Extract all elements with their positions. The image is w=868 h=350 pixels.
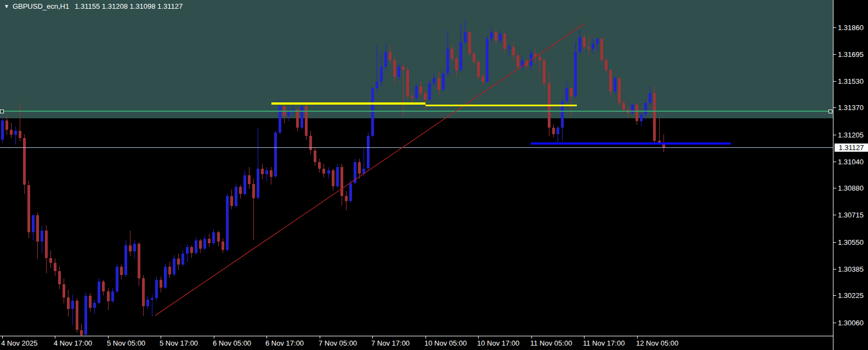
price-axis-label: 1.30550: [838, 238, 864, 246]
current-price-badge: 1.31127: [835, 144, 868, 152]
time-axis-tick: [2, 336, 3, 338]
price-axis-tick: [833, 54, 836, 55]
time-axis-tick: [108, 336, 109, 338]
time-axis-label: 7 Nov 17:00: [371, 339, 410, 347]
price-axis-tick: [833, 323, 836, 323]
time-axis-label: 5 Nov 17:00: [160, 339, 198, 347]
price-axis-tick: [833, 269, 836, 269]
time-axis-label: 6 Nov 17:00: [265, 339, 304, 347]
time-axis-label: 5 Nov 05:00: [107, 339, 145, 347]
time-axis-tick: [266, 336, 267, 338]
time-axis-label: 7 Nov 05:00: [319, 339, 357, 347]
time-axis-label: 12 Nov 05:00: [636, 339, 678, 347]
time-axis-tick: [214, 336, 214, 338]
mt4-chart-window: ▼GBPUSD_ecn,H11.31155 1.31208 1.31098 1.…: [0, 0, 868, 350]
price-axis[interactable]: 1.31127 1.318601.316951.315301.313701.31…: [833, 0, 868, 350]
time-axis-label: 10 Nov 05:00: [424, 339, 467, 347]
price-axis-tick: [833, 135, 836, 135]
price-axis-label: 1.30715: [838, 211, 864, 219]
ohlc-readout: 1.31155 1.31208 1.31098 1.31127: [75, 2, 183, 10]
price-axis-tick: [833, 107, 836, 108]
price-axis-tick: [833, 81, 836, 82]
time-axis-tick: [584, 336, 585, 338]
symbol-period-label: GBPUSD_ecn,H1: [13, 2, 69, 10]
time-axis[interactable]: 4 Nov 20254 Nov 17:005 Nov 05:005 Nov 17…: [0, 336, 868, 350]
time-axis-tick: [478, 336, 479, 338]
time-axis-tick: [426, 336, 426, 338]
blue-support-line[interactable]: [531, 142, 731, 145]
price-axis-label: 1.30225: [838, 291, 864, 300]
price-axis-label: 1.31205: [838, 131, 864, 139]
price-axis-label: 1.31040: [838, 158, 864, 166]
price-axis-tick: [833, 242, 836, 243]
price-axis-label: 1.31370: [838, 104, 864, 112]
red-trendline[interactable]: [155, 24, 585, 315]
hline-handle-left[interactable]: [0, 110, 4, 113]
price-axis-tick: [833, 215, 836, 215]
hline-handle-right[interactable]: [829, 110, 832, 113]
time-axis-tick: [637, 336, 638, 338]
price-axis-tick: [833, 27, 836, 28]
price-axis-tick: [833, 295, 836, 296]
price-axis-label: 1.30880: [838, 184, 864, 192]
chart-title: ▼GBPUSD_ecn,H11.31155 1.31208 1.31098 1.…: [4, 2, 183, 10]
price-axis-label: 1.30385: [838, 265, 864, 273]
time-axis-label: 11 Nov 17:00: [583, 339, 625, 347]
time-axis-label: 4 Nov 17:00: [54, 339, 92, 347]
time-axis-tick: [55, 336, 55, 338]
time-axis-tick: [161, 336, 161, 338]
symbol-menu-arrow-icon[interactable]: ▼: [4, 3, 9, 9]
time-axis-label: 11 Nov 05:00: [530, 339, 572, 347]
price-axis-label: 1.31530: [838, 77, 864, 85]
price-axis-label: 1.31860: [838, 24, 864, 32]
time-axis-label: 4 Nov 2025: [1, 339, 38, 347]
price-axis-label: 1.30060: [838, 319, 864, 327]
chart-area[interactable]: ▼GBPUSD_ecn,H11.31155 1.31208 1.31098 1.…: [0, 0, 833, 336]
yellow-resistance-line-right[interactable]: [426, 105, 577, 107]
time-axis-tick: [320, 336, 320, 338]
time-axis-label: 6 Nov 05:00: [213, 339, 251, 347]
price-axis-tick: [833, 162, 836, 162]
price-axis-tick: [833, 188, 836, 188]
time-axis-tick: [372, 336, 373, 338]
time-axis-label: 10 Nov 17:00: [477, 339, 519, 347]
price-axis-label: 1.31695: [838, 50, 864, 59]
time-axis-tick: [531, 336, 532, 338]
yellow-resistance-line-left[interactable]: [271, 102, 426, 105]
